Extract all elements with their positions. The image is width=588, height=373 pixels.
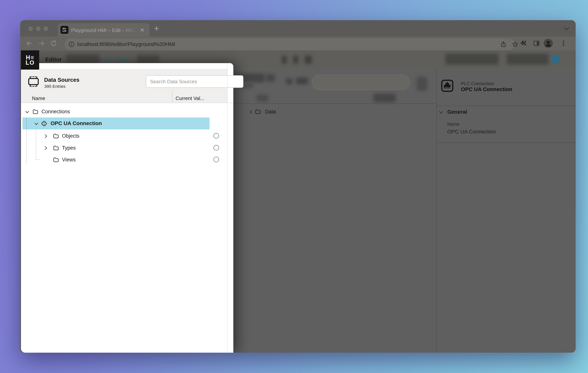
tree-label[interactable]: Objects: [62, 133, 80, 139]
tab-title-fade: [124, 25, 138, 35]
chevron-down-icon[interactable]: [439, 110, 443, 115]
extensions-puzzle-icon[interactable]: [520, 40, 527, 47]
radio-select-views[interactable]: [213, 157, 219, 162]
chevron-right-icon[interactable]: [248, 110, 253, 114]
column-header-current-value[interactable]: Current Val...: [176, 95, 204, 101]
tree-label[interactable]: OPC UA Connection: [51, 120, 102, 126]
data-sources-panel: Data Sources 395 Entries Name Current Va…: [21, 63, 233, 353]
blurred-toolbar-icon: [296, 78, 308, 84]
tree-label[interactable]: Connections: [42, 109, 70, 115]
folder-icon: [53, 157, 59, 162]
background-header-divider: [233, 103, 436, 104]
data-sources-icon: [28, 75, 39, 88]
header-divider: [21, 103, 233, 103]
logo-line2: LO: [25, 60, 34, 65]
blurred-shortcut-hint: [282, 55, 287, 64]
side-panel-icon[interactable]: [533, 40, 540, 47]
inspector-divider: [436, 106, 576, 106]
data-dots-icon: [106, 57, 111, 62]
blurred-header-button[interactable]: [445, 54, 499, 65]
blurred-shortcut-hint: [305, 55, 312, 64]
chevron-down-icon[interactable]: [34, 121, 39, 126]
blurred-shortcut-hint: [293, 55, 298, 64]
tree-label[interactable]: Types: [62, 145, 76, 151]
favicon-line2: LO: [63, 30, 66, 32]
inspector-kind-label: PLC Connection: [461, 81, 494, 86]
inspector-field-name-label: Name: [447, 122, 460, 127]
reload-icon[interactable]: [50, 40, 57, 47]
search-data-sources-field[interactable]: [146, 75, 243, 88]
nav-data-label: Data: [115, 56, 126, 63]
opc-ua-diamond-icon: [41, 120, 48, 127]
traffic-minimize-button[interactable]: [36, 26, 41, 31]
chevron-down-icon[interactable]: [25, 110, 30, 114]
plc-connection-icon: [441, 79, 454, 92]
background-tree-item-data[interactable]: Data: [265, 109, 276, 115]
tree-guide-line: [26, 117, 27, 164]
folder-icon: [53, 145, 59, 151]
column-divider[interactable]: [172, 91, 172, 103]
column-header-name[interactable]: Name: [32, 95, 45, 101]
inspector-divider: [436, 142, 576, 143]
blurred-header-item: [66, 54, 99, 63]
inspector-title: OPC UA Connection: [461, 86, 512, 92]
blurred-header-button[interactable]: [507, 54, 549, 65]
background-search-input[interactable]: [312, 74, 410, 90]
chevron-right-icon[interactable]: [43, 146, 48, 151]
back-icon[interactable]: [26, 40, 33, 47]
helio-logo[interactable]: H≡ LO: [21, 50, 39, 70]
folder-icon: [255, 109, 261, 114]
panel-title: Data Sources: [44, 77, 79, 83]
helio-favicon: H≡ LO: [61, 26, 68, 34]
traffic-zoom-button[interactable]: [43, 26, 48, 31]
blurred-toolbar-icon: [286, 78, 293, 84]
blurred-column-header: [374, 93, 396, 102]
tree-guide-line: [36, 130, 36, 160]
tree-guide-elbow: [36, 159, 40, 160]
entries-count: 395 Entries: [44, 84, 65, 89]
browser-profile-avatar[interactable]: [544, 39, 553, 48]
user-avatar[interactable]: [551, 55, 560, 63]
inspector-field-name-value: OPC UA Connection: [447, 129, 496, 135]
blurred-header-item: [137, 55, 159, 63]
new-tab-button[interactable]: +: [152, 22, 161, 34]
blurred-search-icon: [417, 77, 427, 91]
tree-label[interactable]: Views: [62, 157, 76, 163]
folder-icon: [53, 134, 59, 139]
bookmark-star-icon[interactable]: [512, 41, 518, 48]
folder-icon: [33, 109, 38, 114]
radio-select-objects[interactable]: [213, 133, 219, 139]
tab-close-icon[interactable]: ✕: [138, 26, 146, 34]
chevron-right-icon[interactable]: [43, 134, 48, 139]
blurred-column-header: [256, 95, 268, 102]
share-icon[interactable]: [500, 41, 507, 48]
scrollbar-gutter: [227, 63, 228, 353]
browser-tab[interactable]: H≡ LO Playground HMI – Edit – HELIO ✕: [58, 23, 149, 37]
blurred-panel-title: [266, 74, 275, 82]
tab-overflow-chevron-icon[interactable]: [563, 26, 570, 31]
forward-icon[interactable]: [38, 40, 45, 47]
browser-menu-kebab-icon[interactable]: [560, 40, 567, 47]
url-bar[interactable]: localhost:8080/editor/Playground%20HMI: [65, 38, 514, 50]
browser-window: H≡ LO Playground HMI – Edit – HELIO ✕ + …: [20, 20, 576, 353]
panel-divider: [436, 68, 437, 353]
traffic-close-button[interactable]: [28, 26, 33, 31]
site-info-icon[interactable]: [68, 41, 74, 47]
search-input[interactable]: [146, 75, 243, 88]
radio-select-types[interactable]: [213, 145, 219, 151]
desktop: H≡ LO Playground HMI – Edit – HELIO ✕ + …: [0, 0, 588, 373]
inspector-section-general[interactable]: General: [447, 109, 467, 115]
url-text[interactable]: localhost:8080/editor/Playground%20HMI: [77, 41, 175, 47]
